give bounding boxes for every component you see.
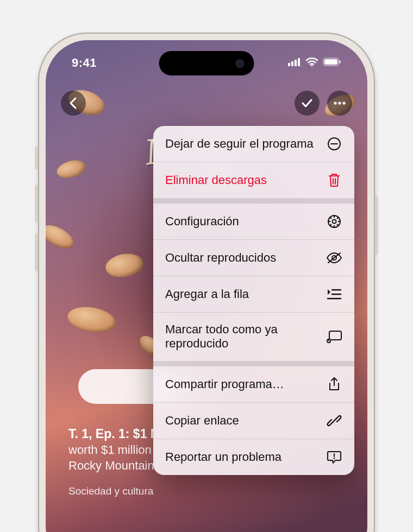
menu-report[interactable]: Reportar un problema (153, 439, 354, 475)
svg-line-21 (330, 217, 331, 219)
svg-line-24 (330, 224, 331, 226)
menu-item-label: Agregar a la fila (165, 287, 320, 301)
svg-line-22 (337, 224, 339, 226)
unfollow-icon (326, 136, 342, 152)
ellipsis-icon (334, 101, 346, 105)
link-icon (326, 413, 342, 429)
menu-item-label: Eliminar descargas (165, 173, 320, 187)
svg-point-4 (311, 65, 312, 66)
phone-frame: 9:41 (38, 33, 375, 532)
svg-point-10 (342, 102, 345, 104)
menu-item-label: Compartir programa… (165, 377, 320, 391)
gear-icon (326, 213, 342, 230)
trash-icon (326, 172, 342, 188)
chevron-left-icon (68, 97, 78, 109)
menu-item-label: Dejar de seguir el programa (165, 137, 320, 151)
status-time: 9:41 (72, 56, 97, 70)
followed-button[interactable] (295, 91, 320, 116)
silent-switch (35, 147, 38, 169)
svg-rect-1 (291, 61, 293, 66)
status-icons (288, 57, 341, 69)
menu-item-label: Copiar enlace (165, 414, 320, 428)
menu-remove-downloads[interactable]: Eliminar descargas (153, 162, 354, 198)
screen: 9:41 (46, 40, 367, 532)
back-button[interactable] (61, 91, 86, 116)
svg-rect-0 (288, 63, 290, 66)
svg-line-23 (337, 217, 339, 219)
menu-unfollow[interactable]: Dejar de seguir el programa (153, 126, 354, 162)
svg-rect-30 (329, 331, 341, 340)
coin-decoration (66, 303, 118, 336)
nav-bar (46, 88, 367, 118)
menu-mark-all-played[interactable]: Marcar todo como ya reproducido (153, 313, 354, 361)
volume-up-button (35, 185, 38, 223)
more-menu: Dejar de seguir el programa Eliminar des… (153, 126, 354, 475)
menu-hide-played[interactable]: Ocultar reproducidos (153, 240, 354, 276)
menu-copy-link[interactable]: Copiar enlace (153, 403, 354, 439)
menu-item-label: Configuración (165, 214, 320, 229)
menu-item-label: Reportar un problema (165, 450, 320, 464)
svg-line-32 (332, 419, 336, 423)
cellular-icon (288, 58, 301, 68)
svg-point-8 (334, 102, 336, 104)
dynamic-island (159, 51, 254, 75)
report-icon (326, 449, 342, 465)
menu-item-label: Marcar todo como ya reproducido (165, 322, 320, 351)
battery-icon (323, 58, 341, 68)
coin-decoration (55, 157, 88, 181)
coin-decoration (104, 251, 145, 280)
menu-add-queue[interactable]: Agregar a la fila (153, 276, 354, 312)
more-button[interactable] (327, 91, 352, 116)
svg-rect-7 (339, 60, 341, 64)
volume-down-button (35, 233, 38, 271)
eye-slash-icon (326, 250, 342, 266)
mark-played-icon (326, 328, 342, 345)
svg-point-9 (338, 102, 341, 104)
share-icon (326, 376, 342, 392)
menu-settings[interactable]: Configuración (153, 204, 354, 239)
front-camera (236, 59, 245, 68)
svg-rect-3 (298, 58, 300, 66)
wifi-icon (305, 57, 318, 69)
menu-item-label: Ocultar reproducidos (165, 251, 320, 265)
podcast-category: Sociedad y cultura (68, 485, 193, 497)
svg-point-16 (333, 220, 336, 224)
menu-share[interactable]: Compartir programa… (153, 366, 354, 402)
check-icon (301, 98, 313, 109)
queue-icon (326, 286, 342, 302)
svg-rect-6 (324, 59, 337, 65)
svg-point-34 (334, 458, 335, 459)
power-button (375, 195, 378, 255)
coin-decoration (46, 220, 78, 254)
svg-rect-2 (295, 60, 297, 66)
